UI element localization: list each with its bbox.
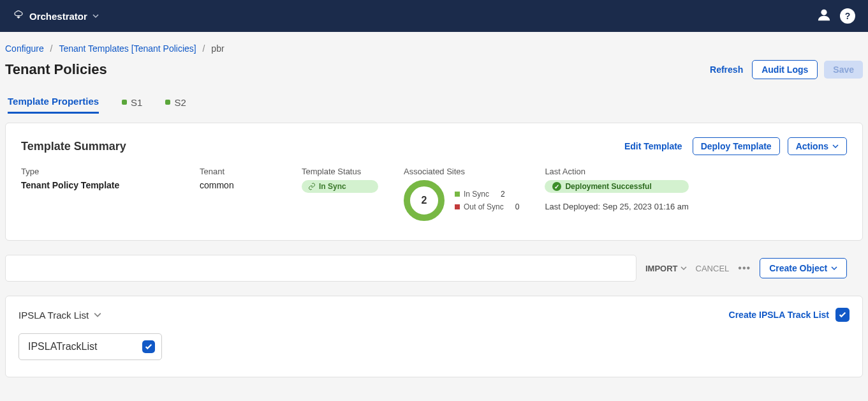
ipsla-item[interactable]: IPSLATrackList [18, 333, 162, 360]
edit-template-button[interactable]: Edit Template [622, 137, 685, 155]
type-value: Tenant Policy Template [21, 180, 174, 190]
more-icon[interactable]: ••• [738, 262, 751, 274]
top-bar: Orchestrator ? [0, 0, 868, 32]
sites-count: 2 [422, 195, 427, 206]
filter-input[interactable] [5, 255, 636, 282]
square-icon [455, 192, 460, 197]
status-dot-icon [165, 100, 170, 105]
sites-donut: 2 [404, 180, 445, 221]
sites-wrap: 2 In Sync 2 Out of Sync 0 [404, 180, 519, 221]
create-ipsla-label: Create IPSLA Track List [729, 310, 829, 320]
actions-label: Actions [796, 141, 828, 151]
create-ipsla-link[interactable]: Create IPSLA Track List [729, 308, 850, 322]
status-text: In Sync [319, 182, 346, 191]
legend-label: Out of Sync [464, 202, 504, 211]
create-object-button[interactable]: Create Object [760, 258, 847, 278]
help-icon[interactable]: ? [840, 8, 855, 24]
save-button: Save [824, 61, 863, 79]
breadcrumb-sep: / [47, 43, 57, 54]
app-title: Orchestrator [29, 11, 87, 22]
content: Configure / Tenant Templates [Tenant Pol… [0, 32, 868, 397]
legend-value: 0 [515, 202, 520, 211]
col-last-action: Last Action ✓ Deployment Successful Last… [545, 167, 689, 221]
checkbox-icon [835, 308, 850, 322]
chevron-down-icon [831, 265, 837, 271]
track-header: IPSLA Track List Create IPSLA Track List [18, 308, 850, 322]
check-icon: ✓ [552, 182, 561, 191]
square-icon [455, 204, 460, 209]
legend-value: 2 [501, 190, 505, 199]
breadcrumb-sep: / [199, 43, 209, 54]
checkbox-icon[interactable] [142, 340, 155, 353]
item-label: IPSLATrackList [28, 341, 97, 352]
title-actions: Refresh Audit Logs Save [707, 60, 863, 79]
track-title[interactable]: IPSLA Track List [18, 310, 101, 321]
svg-point-0 [821, 10, 827, 15]
tenant-value: common [200, 180, 276, 190]
col-type: Type Tenant Policy Template [21, 167, 174, 221]
refresh-button[interactable]: Refresh [707, 61, 746, 79]
ipsla-track-list-card: IPSLA Track List Create IPSLA Track List… [5, 296, 863, 377]
chevron-down-icon [94, 311, 101, 319]
sites-label: Associated Sites [404, 167, 519, 176]
breadcrumb: Configure / Tenant Templates [Tenant Pol… [5, 38, 863, 57]
col-sites: Associated Sites 2 In Sync 2 Out of Sync… [404, 167, 519, 221]
topbar-left: Orchestrator [13, 9, 99, 23]
status-badge: In Sync [302, 180, 378, 193]
link-icon [308, 183, 316, 190]
summary-grid: Type Tenant Policy Template Tenant commo… [21, 167, 847, 221]
breadcrumb-current: pbr [211, 43, 224, 54]
breadcrumb-tenant-templates[interactable]: Tenant Templates [Tenant Policies] [59, 43, 196, 54]
last-deployed: Last Deployed: Sep 25, 2023 01:16 am [545, 202, 689, 211]
legend-insync: In Sync 2 [455, 190, 519, 199]
tab-label: S2 [174, 97, 186, 108]
deploy-template-button[interactable]: Deploy Template [693, 137, 780, 155]
col-tenant: Tenant common [200, 167, 276, 221]
sites-legend: In Sync 2 Out of Sync 0 [455, 190, 519, 211]
tab-s1[interactable]: S1 [122, 93, 142, 113]
legend-label: In Sync [464, 190, 489, 199]
col-status: Template Status In Sync [302, 167, 378, 221]
card-header: Template Summary Edit Template Deploy Te… [21, 137, 847, 155]
tab-template-properties[interactable]: Template Properties [8, 92, 99, 114]
breadcrumb-configure[interactable]: Configure [5, 43, 44, 54]
chevron-down-icon [832, 143, 839, 149]
mid-toolbar: IMPORT CANCEL ••• Create Object [5, 255, 863, 282]
track-title-text: IPSLA Track List [18, 310, 89, 321]
tab-s2[interactable]: S2 [165, 93, 186, 113]
tab-label: S1 [131, 97, 142, 108]
actions-button[interactable]: Actions [788, 137, 847, 155]
deploy-badge: ✓ Deployment Successful [545, 180, 689, 193]
tab-label: Template Properties [8, 96, 99, 107]
topbar-right: ? [817, 8, 855, 24]
create-label: Create Object [769, 263, 827, 273]
title-row: Tenant Policies Refresh Audit Logs Save [5, 57, 863, 92]
audit-logs-button[interactable]: Audit Logs [752, 60, 818, 79]
chevron-down-icon [680, 265, 687, 271]
template-summary-card: Template Summary Edit Template Deploy Te… [5, 123, 863, 241]
user-icon[interactable] [817, 8, 831, 24]
import-button[interactable]: IMPORT [645, 264, 687, 273]
cancel-button[interactable]: CANCEL [696, 264, 730, 273]
logo-icon [13, 9, 24, 23]
tenant-label: Tenant [200, 167, 276, 176]
status-dot-icon [122, 100, 127, 105]
status-label: Template Status [302, 167, 378, 176]
deploy-status-text: Deployment Successful [565, 182, 651, 191]
page-title: Tenant Policies [5, 61, 107, 78]
tabs: Template Properties S1 S2 [5, 92, 863, 114]
card-title: Template Summary [21, 140, 126, 153]
legend-outsync: Out of Sync 0 [455, 202, 519, 211]
chevron-down-icon[interactable] [92, 10, 99, 22]
import-label: IMPORT [645, 264, 678, 273]
card-actions: Edit Template Deploy Template Actions [622, 137, 847, 155]
type-label: Type [21, 167, 174, 176]
last-action-label: Last Action [545, 167, 689, 176]
